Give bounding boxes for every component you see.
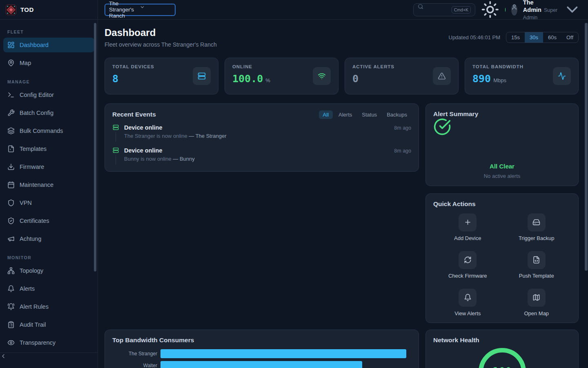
event-filter-all[interactable]: All	[319, 110, 333, 119]
quick-action-label: Trigger Backup	[519, 235, 555, 241]
download-icon	[7, 163, 15, 171]
theme-toggle-sun-icon[interactable]	[481, 0, 499, 19]
sidebar-item-label: Audit Trail	[20, 321, 46, 328]
quick-action-check-firmware[interactable]: Check Firmware	[433, 251, 502, 279]
sidebar-item-batch-config[interactable]: Batch Config	[3, 105, 94, 120]
hard-drive-icon	[532, 218, 540, 226]
sidebar-item-label: Map	[20, 60, 31, 66]
user-menu[interactable]: The AdminSuper Admin	[523, 0, 557, 21]
event-time: 8m ago	[394, 148, 411, 154]
sidebar-item-transparency[interactable]: Transparency	[3, 335, 94, 350]
quick-action-label: Open Map	[524, 310, 549, 316]
sidebar-item-topology[interactable]: Topology	[3, 263, 94, 278]
stat-value: 0	[352, 73, 359, 85]
quick-action-trigger-backup[interactable]: Trigger Backup	[502, 213, 571, 241]
event-description-text: The Stranger is now online	[124, 133, 187, 139]
main-scrollbar-thumb[interactable]	[585, 23, 588, 271]
stat-card-text: ONLINE100.0%	[232, 64, 270, 88]
refresh-option-30s[interactable]: 30s	[525, 32, 543, 43]
refresh-option-off[interactable]: Off	[561, 32, 578, 43]
sidebar-nav: FLEETDashboardMapMANAGEConfig EditorBatc…	[0, 20, 98, 352]
shield-icon	[7, 199, 15, 206]
bell-icon	[7, 285, 15, 292]
stat-label: ONLINE	[232, 64, 270, 69]
map-pin-icon	[7, 59, 15, 67]
refresh-option-60s[interactable]: 60s	[543, 32, 561, 43]
sidebar-item-label: Config Editor	[20, 92, 54, 98]
bandwidth-bar-row: Walter	[112, 361, 411, 368]
quick-action-push-template[interactable]: Push Template	[502, 251, 571, 279]
topbar: The Stranger's Ranch Cmd+K The AdminSupe…	[98, 0, 588, 20]
sidebar-item-map[interactable]: Map	[3, 56, 94, 70]
sidebar-item-achtung[interactable]: Achtung	[3, 231, 94, 246]
event-rail	[112, 124, 119, 142]
file-code-icon	[532, 256, 540, 264]
event-body: Device online8m agoThe Stranger is now o…	[124, 124, 411, 142]
event-rail	[112, 147, 119, 165]
sidebar-item-audit-trail[interactable]: Audit Trail	[3, 317, 94, 332]
sidebar-item-alert-rules[interactable]: Alert Rules	[3, 299, 94, 314]
quick-action-tile	[528, 289, 546, 307]
quick-action-add-device[interactable]: Add Device	[433, 213, 502, 241]
network-health-donut: 100	[479, 348, 526, 368]
app-logo-icon	[6, 4, 16, 15]
event-filter-backups[interactable]: Backups	[383, 110, 411, 119]
quick-action-tile	[528, 213, 546, 231]
bandwidth-consumers-card: Top Bandwidth Consumers The StrangerWalt…	[105, 330, 419, 368]
event-top: Device online8m ago	[124, 147, 411, 154]
stat-icon-tile	[313, 67, 331, 85]
quick-action-label: Add Device	[454, 235, 481, 241]
sidebar-item-certificates[interactable]: Certificates	[3, 213, 94, 228]
stat-value-row: 100.0%	[232, 73, 270, 85]
dashboard-icon	[7, 41, 15, 49]
network-health-value: 100	[492, 366, 512, 368]
user-menu-chevron-icon[interactable]	[563, 0, 581, 19]
sidebar-scrollbar-thumb[interactable]	[94, 23, 96, 272]
event-timeline-connector	[116, 155, 116, 165]
stat-card-text: TOTAL DEVICES8	[112, 64, 154, 88]
org-select[interactable]: The Stranger's Ranch	[105, 4, 176, 16]
search-box[interactable]: Cmd+K	[413, 3, 475, 16]
event-filters: AllAlertsStatusBackups	[319, 110, 411, 119]
sidebar-item-templates[interactable]: Templates	[3, 141, 94, 156]
stat-value-row: 0	[352, 73, 394, 85]
quick-action-label: Check Firmware	[448, 273, 487, 279]
stat-icon-tile	[433, 67, 451, 85]
quick-actions-title: Quick Actions	[433, 200, 476, 207]
sidebar-item-label: Batch Config	[20, 110, 53, 116]
event-top: Device online8m ago	[124, 124, 411, 131]
layers-icon	[7, 127, 15, 135]
sidebar-item-alerts[interactable]: Alerts	[3, 281, 94, 296]
sidebar-collapse-button[interactable]	[0, 352, 98, 368]
sidebar-item-vpn[interactable]: VPN	[3, 195, 94, 210]
stat-value: 8	[112, 73, 118, 85]
sidebar-item-config-editor[interactable]: Config Editor	[3, 88, 94, 102]
alert-summary-card: Alert Summary All Clear No active alerts	[425, 103, 579, 186]
stat-icon-tile	[553, 67, 571, 85]
event-filter-status[interactable]: Status	[358, 110, 381, 119]
avatar[interactable]	[511, 4, 517, 16]
sidebar-item-dashboard[interactable]: Dashboard	[3, 38, 94, 52]
sidebar-item-label: Bulk Commands	[20, 128, 63, 134]
quick-action-open-map[interactable]: Open Map	[502, 289, 571, 316]
sidebar-item-maintenance[interactable]: Maintenance	[3, 177, 94, 192]
events-list: Device online8m agoThe Stranger is now o…	[112, 124, 411, 165]
bell-ring-icon	[7, 303, 15, 310]
sidebar-section-label: MANAGE	[3, 74, 94, 88]
event-filter-alerts[interactable]: Alerts	[334, 110, 356, 119]
alert-summary-title: Alert Summary	[433, 110, 571, 118]
quick-action-tile	[528, 251, 546, 269]
recent-events-title: Recent Events	[112, 111, 156, 118]
quick-action-view-alerts[interactable]: View Alerts	[433, 289, 502, 316]
map-icon	[532, 294, 540, 301]
activity-icon	[558, 72, 566, 80]
page-title: Dashboard	[105, 27, 217, 39]
bandwidth-bar-row: The Stranger	[112, 349, 411, 358]
stats-row: TOTAL DEVICES8ONLINE100.0%ACTIVE ALERTS0…	[105, 58, 579, 94]
event-body: Device online8m agoBunny is now online —…	[124, 147, 411, 165]
event-title: Device online	[124, 147, 162, 154]
sidebar-item-bulk-commands[interactable]: Bulk Commands	[3, 123, 94, 138]
sidebar-item-label: Dashboard	[20, 42, 49, 48]
sidebar-item-firmware[interactable]: Firmware	[3, 159, 94, 174]
refresh-option-15s[interactable]: 15s	[506, 32, 525, 43]
